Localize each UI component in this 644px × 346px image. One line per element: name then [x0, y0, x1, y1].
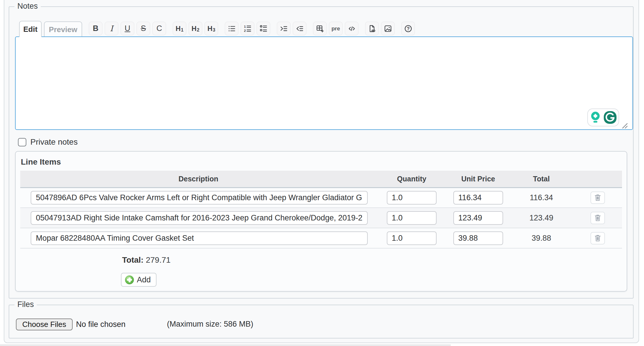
attach-file-link-icon — [368, 25, 376, 33]
bold-icon: B — [93, 24, 99, 33]
underline-icon: U — [125, 24, 130, 33]
indent-icon — [280, 25, 288, 33]
heading-1-button[interactable]: H1 — [173, 22, 186, 35]
outdent-button[interactable] — [293, 22, 306, 35]
tab-preview[interactable]: Preview — [44, 21, 82, 37]
heading-3-icon: H3 — [207, 25, 215, 33]
grand-total-label: Total: — [122, 255, 143, 264]
svg-text:1: 1 — [244, 25, 246, 28]
column-header-total: Total — [509, 171, 573, 187]
grammarly-widget[interactable] — [587, 108, 619, 126]
grand-total-value: 279.71 — [146, 255, 171, 264]
quantity-input[interactable] — [387, 231, 437, 245]
column-header-description: Description — [20, 171, 376, 187]
heading-2-button[interactable]: H2 — [189, 22, 202, 35]
textarea-resize-handle[interactable] — [620, 122, 628, 129]
unit-price-input[interactable] — [453, 231, 503, 245]
line-items-table: Description Quantity Unit Price Total 11… — [20, 171, 622, 249]
trash-icon — [594, 214, 601, 222]
heading-2-icon: H2 — [192, 25, 199, 33]
choose-files-button[interactable]: Choose Files — [16, 319, 73, 330]
column-header-unit-price: Unit Price — [447, 171, 509, 187]
line-item-row: 123.49 — [20, 208, 622, 228]
numbered-list-button[interactable]: 1 2 — [241, 22, 254, 35]
description-input[interactable] — [31, 211, 368, 225]
strikethrough-icon: S — [141, 24, 146, 33]
tab-edit[interactable]: Edit — [19, 21, 42, 37]
strikethrough-button[interactable]: S — [137, 22, 150, 35]
heading-1-icon: H1 — [176, 25, 183, 33]
italic-icon: I — [110, 24, 113, 33]
description-input[interactable] — [31, 191, 368, 205]
notes-editor-area — [15, 36, 633, 130]
heading-3-button[interactable]: H3 — [205, 22, 218, 35]
delete-row-button[interactable] — [590, 192, 605, 204]
unit-price-input[interactable] — [453, 191, 503, 205]
help-icon: ? — [404, 25, 412, 33]
bottom-bar-edge — [0, 344, 451, 346]
private-notes-label: Private notes — [30, 137, 78, 147]
editor-tabbar: Edit Preview B I U S C H1 H2 H3 — [19, 21, 415, 37]
notes-textarea[interactable] — [15, 36, 633, 130]
inline-code-icon: C — [157, 24, 162, 33]
help-button[interactable]: ? — [401, 22, 415, 35]
toolbar-group-media — [365, 22, 395, 35]
trash-icon — [594, 234, 601, 242]
no-file-chosen-text: No file chosen — [76, 320, 126, 329]
insert-image-icon — [384, 25, 392, 33]
file-upload-row: Choose Files No file chosen — [16, 319, 126, 330]
bullet-list-button[interactable] — [225, 22, 238, 35]
toolbar-group-blocks: pre — [313, 22, 358, 35]
column-header-actions — [573, 171, 622, 187]
underline-button[interactable]: U — [121, 22, 134, 35]
definition-list-button[interactable] — [257, 22, 270, 35]
files-legend: Files — [14, 300, 37, 309]
code-block-icon — [348, 25, 356, 33]
delete-row-button[interactable] — [590, 212, 605, 224]
bold-button[interactable]: B — [89, 22, 102, 35]
private-notes-checkbox[interactable] — [18, 138, 26, 146]
insert-table-icon — [316, 25, 324, 33]
indent-button[interactable] — [277, 22, 290, 35]
line-item-row: 39.88 — [20, 228, 622, 248]
add-plus-icon — [125, 275, 134, 284]
preformatted-icon: pre — [332, 25, 340, 32]
grand-total: Total: 279.71 — [122, 255, 622, 265]
row-total: 116.34 — [509, 187, 573, 208]
unit-price-input[interactable] — [453, 211, 503, 225]
line-item-row: 116.34 — [20, 187, 622, 208]
inline-code-button[interactable]: C — [152, 22, 166, 35]
italic-button[interactable]: I — [105, 22, 118, 35]
toolbar-group-lists: 1 2 — [225, 22, 270, 35]
delete-row-button[interactable] — [590, 232, 605, 244]
insert-table-button[interactable] — [313, 22, 327, 35]
line-items-section: Line Items Description Quantity Unit Pri… — [15, 151, 627, 292]
numbered-list-icon: 1 2 — [244, 25, 252, 33]
attach-file-link-button[interactable] — [365, 22, 379, 35]
description-input[interactable] — [31, 231, 368, 245]
quantity-input[interactable] — [387, 191, 437, 205]
page: Notes Edit Preview B I U S C H1 H2 H3 — [0, 0, 644, 346]
grammarly-suggestion-icon — [589, 111, 601, 124]
toolbar-group-indent — [277, 22, 306, 35]
bullet-list-icon — [228, 25, 236, 33]
definition-list-icon — [260, 25, 268, 33]
insert-image-button[interactable] — [381, 22, 395, 35]
files-fieldset: Files Choose Files No file chosen (Maxim… — [9, 305, 634, 338]
notes-fieldset: Notes Edit Preview B I U S C H1 H2 H3 — [9, 6, 634, 299]
line-items-title: Line Items — [21, 157, 622, 167]
quantity-input[interactable] — [387, 211, 437, 225]
toolbar-group-text: B I U S C — [89, 22, 166, 35]
max-size-text: (Maximum size: 586 MB) — [167, 320, 253, 329]
code-block-button[interactable] — [345, 22, 358, 35]
svg-text:?: ? — [407, 26, 410, 31]
add-line-item-button[interactable]: Add — [121, 273, 157, 287]
add-button-label: Add — [137, 275, 151, 284]
outdent-icon — [296, 25, 304, 33]
svg-text:2: 2 — [244, 28, 246, 32]
toolbar-group-headings: H1 H2 H3 — [173, 22, 218, 35]
column-header-quantity: Quantity — [376, 171, 447, 187]
row-total: 39.88 — [509, 228, 573, 248]
preformatted-button[interactable]: pre — [329, 22, 343, 35]
trash-icon — [594, 194, 601, 201]
